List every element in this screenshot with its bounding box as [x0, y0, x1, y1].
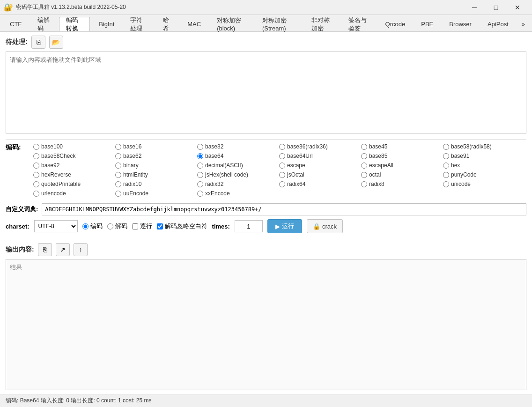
encoding-option-punycode[interactable]: punyCode [441, 170, 523, 179]
decode-radio[interactable] [107, 223, 113, 229]
encoding-radio-radix8[interactable] [361, 181, 367, 187]
encoding-option-base16[interactable]: base16 [113, 142, 195, 151]
run-button[interactable]: ▶ 运行 [267, 219, 302, 233]
decode-radio-label[interactable]: 解码 [107, 222, 127, 230]
encoding-radio-base100[interactable] [33, 144, 39, 150]
menu-tab-bigint[interactable]: BigInt [92, 17, 121, 31]
encoding-option-quotedprintable[interactable]: quotedPrintable [31, 180, 113, 188]
menu-tab-decode[interactable]: 编解码 [30, 17, 57, 31]
menu-tab-qrcode[interactable]: Qrcode [378, 17, 413, 31]
encoding-option-uuencode[interactable]: uuEncode [113, 189, 195, 198]
encoding-option-base62[interactable]: base62 [113, 152, 195, 160]
stepwise-checkbox[interactable] [132, 223, 138, 229]
encode-radio[interactable] [82, 223, 89, 229]
encoding-option-escapeall[interactable]: escapeAll [359, 161, 441, 170]
menu-tab-pbe[interactable]: PBE [414, 17, 440, 31]
maximize-button[interactable]: □ [485, 0, 507, 15]
encoding-radio-htmlentity[interactable] [115, 172, 121, 178]
menu-tab-sym-stream[interactable]: 对称加密(Stream) [255, 17, 303, 31]
paste-button[interactable]: ⎘ [31, 36, 45, 49]
encoding-radio-quotedprintable[interactable] [33, 181, 39, 187]
input-textarea[interactable] [6, 52, 526, 133]
menu-tab-more[interactable]: » [517, 17, 529, 31]
encoding-radio-radix64[interactable] [279, 181, 285, 187]
menu-tab-ctf[interactable]: CTF [3, 17, 29, 31]
menu-tab-browser[interactable]: Browser [442, 17, 479, 31]
encoding-option-base45[interactable]: base45 [359, 142, 441, 151]
encoding-option-base85[interactable]: base85 [359, 152, 441, 160]
encoding-radio-xxencode[interactable] [197, 191, 203, 197]
encoding-option-escape[interactable]: escape [277, 161, 359, 170]
encoding-radio-urlencode[interactable] [33, 191, 39, 197]
menu-tab-string-process[interactable]: 字符处理 [123, 17, 154, 31]
encoding-radio-base58check[interactable] [33, 153, 39, 159]
copy-output-button[interactable]: ⎘ [38, 243, 52, 256]
encoding-radio-uuencode[interactable] [115, 191, 121, 197]
encoding-radio-base64url[interactable] [279, 153, 285, 159]
encoding-option-radix32[interactable]: radix32 [195, 180, 277, 188]
encoding-radio-base45[interactable] [361, 144, 367, 150]
menu-tab-apipost[interactable]: ApiPost [480, 17, 516, 31]
encoding-option-jshex[interactable]: jsHex(shell code) [195, 170, 277, 179]
encoding-radio-base85[interactable] [361, 153, 367, 159]
encoding-radio-radix10[interactable] [115, 181, 121, 187]
encoding-option-decimal[interactable]: decimal(ASCII) [195, 161, 277, 170]
close-button[interactable]: ✕ [507, 0, 528, 15]
encoding-radio-binary[interactable] [115, 163, 121, 169]
encoding-option-base58check[interactable]: base58Check [31, 152, 113, 160]
times-input[interactable]: 1 [235, 220, 263, 232]
encoding-option-radix8[interactable]: radix8 [359, 180, 441, 188]
encoding-option-xxencode[interactable]: xxEncode [195, 189, 277, 198]
encoding-option-base32[interactable]: base32 [195, 142, 277, 151]
encoding-radio-octal[interactable] [361, 172, 367, 178]
encoding-radio-escapeall[interactable] [361, 163, 367, 169]
charset-select[interactable]: UTF-8 GBK ISO-8859-1 UTF-16 [34, 220, 78, 232]
encoding-option-urlencode[interactable]: urlencode [31, 189, 113, 198]
stepwise-checkbox-label[interactable]: 逐行 [132, 222, 152, 230]
minimize-button[interactable]: ─ [464, 0, 485, 15]
encoding-option-base92[interactable]: base92 [31, 161, 113, 170]
encoding-radio-base58radix58[interactable] [443, 144, 449, 150]
encoding-option-unicode[interactable]: unicode [441, 180, 523, 188]
encoding-option-base100[interactable]: base100 [31, 142, 113, 151]
menu-tab-mac[interactable]: MAC [180, 17, 208, 31]
encoding-option-radix64[interactable]: radix64 [277, 180, 359, 188]
encoding-option-base64url[interactable]: base64Url [277, 152, 359, 160]
encoding-radio-hexreverse[interactable] [33, 172, 39, 178]
encoding-radio-punycode[interactable] [443, 172, 449, 178]
import-file-button[interactable]: 📂 [49, 36, 63, 49]
menu-tab-asym[interactable]: 非对称加密 [304, 17, 340, 31]
encoding-radio-decimal[interactable] [197, 163, 203, 169]
encoding-option-base36[interactable]: base36(radix36) [277, 142, 359, 151]
encoding-radio-base64[interactable] [197, 153, 203, 159]
encoding-radio-base16[interactable] [115, 144, 121, 150]
menu-tab-sign[interactable]: 签名与验签 [341, 17, 377, 31]
encoding-option-hexreverse[interactable]: hexReverse [31, 170, 113, 179]
encoding-radio-base92[interactable] [33, 163, 39, 169]
encoding-option-base64[interactable]: base64 [195, 152, 277, 160]
encoding-radio-hex[interactable] [443, 163, 449, 169]
menu-tab-sym-block[interactable]: 对称加密(block) [210, 17, 253, 31]
send-up-button[interactable]: ↑ [74, 243, 88, 256]
encoding-option-base58radix58[interactable]: base58(radix58) [441, 142, 523, 151]
ignore-space-checkbox-label[interactable]: 解码忽略空白符 [157, 222, 207, 230]
encoding-option-hex[interactable]: hex [441, 161, 523, 170]
encoding-option-octal[interactable]: octal [359, 170, 441, 179]
encoding-radio-base91[interactable] [443, 153, 449, 159]
encoding-option-jsoctal[interactable]: jsOctal [277, 170, 359, 179]
encoding-radio-base62[interactable] [115, 153, 121, 159]
menu-tab-encoding-convert[interactable]: 编码转换 [59, 17, 90, 31]
ignore-space-checkbox[interactable] [157, 223, 163, 229]
output-textarea[interactable] [6, 259, 526, 390]
menu-tab-hash[interactable]: 哈希 [156, 17, 178, 31]
encoding-radio-jshex[interactable] [197, 172, 203, 178]
encoding-radio-base32[interactable] [197, 144, 203, 150]
encoding-radio-radix32[interactable] [197, 181, 203, 187]
custom-dict-input[interactable] [42, 203, 526, 215]
encoding-radio-base36[interactable] [279, 144, 285, 150]
encoding-radio-jsoctal[interactable] [279, 172, 285, 178]
encoding-option-base91[interactable]: base91 [441, 152, 523, 160]
crack-button[interactable]: 🔒 crack [307, 219, 343, 233]
send-output-button[interactable]: ↗ [56, 243, 70, 256]
encoding-radio-escape[interactable] [279, 163, 285, 169]
